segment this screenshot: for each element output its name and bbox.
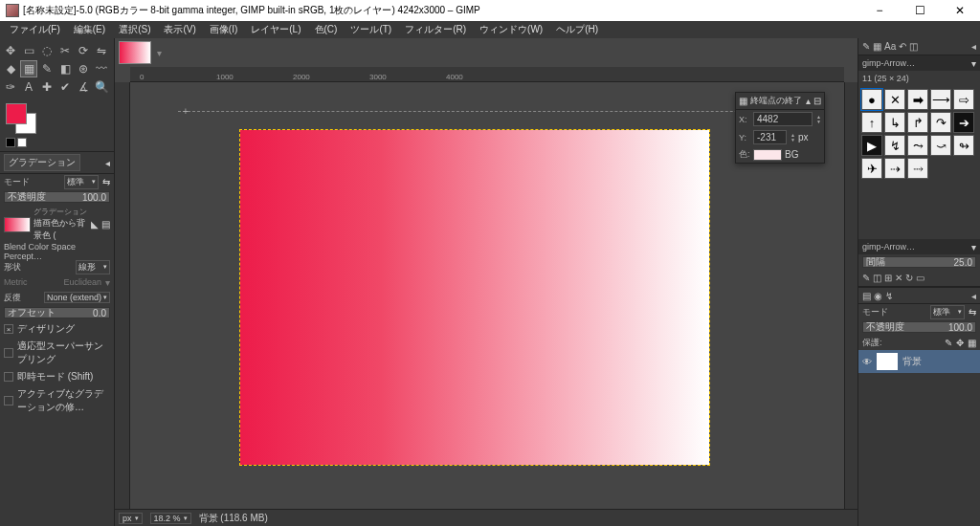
brush-item[interactable]: ✕	[884, 89, 905, 110]
gradient-edit-icon[interactable]: ▤	[101, 219, 110, 230]
dithering-checkbox[interactable]: ×ディザリング	[0, 320, 114, 338]
layer-opacity-slider[interactable]: 不透明度100.0	[862, 321, 976, 333]
tool-pencil[interactable]: ✎	[38, 60, 56, 77]
x-input[interactable]: 4482	[753, 112, 813, 126]
brushes-tab-icon[interactable]: ✎	[862, 41, 870, 52]
open-brush-icon[interactable]: ▭	[916, 273, 924, 283]
brush-name-field[interactable]: gimp-Arrow…	[862, 242, 968, 252]
tool-clone[interactable]: ⊛	[75, 60, 92, 77]
brush-item[interactable]: ⇨	[953, 89, 974, 110]
menu-filters[interactable]: フィルター(R)	[399, 21, 472, 38]
lock-pos-icon[interactable]: ✥	[956, 338, 964, 348]
brush-item[interactable]: ↳	[884, 112, 905, 133]
default-colors-icon[interactable]	[6, 138, 15, 147]
brush-item[interactable]: ↷	[930, 112, 951, 133]
lock-alpha-icon[interactable]: ▦	[968, 338, 976, 348]
dup-brush-icon[interactable]: ⊞	[884, 273, 892, 283]
close-button[interactable]: ✕	[946, 1, 974, 20]
bg-dropdown[interactable]: BG	[785, 149, 810, 160]
image-tab[interactable]	[119, 41, 151, 64]
tool-colorpick[interactable]: ✔	[56, 78, 74, 96]
brush-item[interactable]: ↯	[884, 135, 905, 156]
edit-brush-icon[interactable]: ✎	[862, 273, 870, 283]
menu-select[interactable]: 選択(S)	[113, 21, 156, 38]
tool-text[interactable]: A	[20, 78, 37, 96]
canvas[interactable]: + ▦ 終端点の終了 ▴ ⊟ X: 4482 ▲▼ Y:	[130, 82, 844, 513]
x-down[interactable]: ▼	[816, 120, 821, 124]
menu-view[interactable]: 表示(V)	[158, 21, 201, 38]
menu-file[interactable]: ファイル(F)	[4, 21, 66, 38]
zoom-dropdown[interactable]: 18.2 %	[150, 513, 191, 524]
brush-item[interactable]: ↬	[953, 135, 974, 156]
tool-smudge[interactable]: 〰	[93, 60, 110, 77]
tool-free-select[interactable]: ◌	[38, 42, 56, 59]
offset-slider[interactable]: オフセット0.0	[4, 307, 110, 318]
menu-window[interactable]: ウィンドウ(W)	[474, 21, 548, 38]
brush-item[interactable]: ⇢	[884, 158, 905, 179]
tool-crop[interactable]: ✂	[56, 42, 74, 59]
del-brush-icon[interactable]: ✕	[895, 273, 902, 283]
dock-menu-icon[interactable]: ◂	[971, 291, 976, 301]
new-brush-icon[interactable]: ◫	[873, 273, 881, 283]
repeat-dropdown[interactable]: None (extend)	[44, 292, 110, 303]
image-artboard[interactable]	[240, 130, 709, 465]
color-swatches[interactable]	[6, 103, 108, 147]
menu-help[interactable]: ヘルプ(H)	[550, 21, 604, 38]
active-gradient-checkbox[interactable]: アクティブなグラデーションの修…	[0, 385, 114, 416]
patterns-tab-icon[interactable]: ▦	[873, 41, 881, 52]
brush-item[interactable]: ⟶	[930, 89, 951, 110]
tool-bucket[interactable]: ◆	[2, 60, 19, 77]
tool-path[interactable]: ✑	[2, 78, 19, 96]
tool-gradient[interactable]: ▦	[20, 60, 37, 77]
brush-item[interactable]: ↱	[907, 112, 928, 133]
reverse-gradient-icon[interactable]: ◣	[91, 219, 99, 230]
channels-tab-icon[interactable]: ◉	[874, 291, 882, 301]
brush-item[interactable]: ⤳	[907, 135, 928, 156]
foreground-color[interactable]	[6, 103, 27, 124]
tool-options-tab[interactable]: グラデーション	[4, 154, 80, 171]
fonts-tab-icon[interactable]: Aa	[884, 41, 896, 52]
paths-tab-icon[interactable]: ↯	[885, 291, 893, 301]
brush-item[interactable]: ⤑	[907, 158, 928, 179]
guide-line[interactable]	[178, 111, 810, 112]
mode-swap-icon[interactable]: ⇆	[102, 177, 110, 187]
tool-measure[interactable]: ∡	[75, 78, 92, 96]
panel-detach-icon[interactable]: ▴	[806, 96, 811, 106]
tool-eraser[interactable]: ◧	[56, 60, 74, 77]
layer-mode-dropdown[interactable]: 標準	[930, 305, 965, 319]
lock-pixels-icon[interactable]: ✎	[945, 338, 952, 348]
blend-space-label[interactable]: Blend Color Space Percept…	[4, 242, 110, 261]
endpoint-color[interactable]	[753, 149, 782, 161]
unit-dropdown[interactable]: px	[798, 132, 821, 142]
opacity-slider[interactable]: 不透明度100.0	[4, 191, 110, 203]
shape-dropdown[interactable]: 線形	[76, 260, 110, 274]
ruler-vertical[interactable]	[115, 82, 130, 513]
menu-tools[interactable]: ツール(T)	[345, 21, 397, 38]
menu-edit[interactable]: 編集(E)	[68, 21, 111, 38]
images-tab-icon[interactable]: ◫	[909, 41, 918, 52]
menu-layer[interactable]: レイヤー(L)	[245, 21, 306, 38]
layers-tab-icon[interactable]: ▤	[862, 291, 871, 301]
brush-selector[interactable]: gimp-Arrow…	[862, 58, 968, 68]
swap-colors-icon[interactable]	[17, 138, 27, 147]
ruler-horizontal[interactable]: 0 1000 2000 3000 4000	[130, 67, 844, 82]
close-tab-icon[interactable]: ▾	[157, 48, 162, 58]
refresh-brush-icon[interactable]: ↻	[905, 273, 913, 283]
history-tab-icon[interactable]: ↶	[899, 41, 906, 52]
tool-rotate[interactable]: ⟳	[75, 42, 92, 59]
y-down[interactable]: ▼	[791, 138, 795, 142]
supersample-checkbox[interactable]: 適応型スーパーサンプリング	[0, 338, 114, 368]
y-input[interactable]: -231	[753, 130, 787, 144]
panel-menu-icon[interactable]: ◂	[105, 158, 110, 168]
brush-item[interactable]: ↑	[861, 112, 882, 133]
tool-zoom[interactable]: 🔍	[93, 78, 110, 96]
brush-item[interactable]: ➡	[907, 89, 928, 110]
unit-dropdown[interactable]: px	[119, 513, 143, 524]
visibility-toggle-icon[interactable]: 👁	[862, 357, 872, 367]
layer-thumbnail[interactable]	[877, 353, 898, 370]
gradient-preview[interactable]	[4, 217, 31, 232]
dock-menu-icon[interactable]: ◂	[971, 41, 976, 52]
brush-item[interactable]: ⤻	[930, 135, 951, 156]
panel-close-icon[interactable]: ⊟	[813, 96, 821, 106]
menu-image[interactable]: 画像(I)	[204, 21, 243, 38]
